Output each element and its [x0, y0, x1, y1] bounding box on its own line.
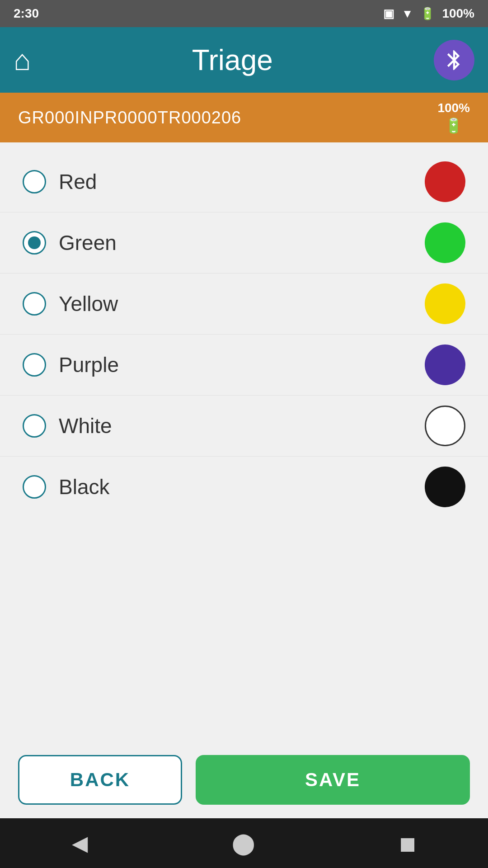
app-bar: ⌂ Triage: [0, 27, 488, 93]
radio-black[interactable]: [23, 475, 46, 499]
color-option-yellow[interactable]: Yellow: [0, 274, 488, 335]
label-black: Black: [59, 475, 109, 499]
color-option-black[interactable]: Black: [0, 457, 488, 517]
radio-green[interactable]: [23, 231, 46, 255]
back-button[interactable]: BACK: [18, 755, 182, 805]
color-option-green[interactable]: Green: [0, 212, 488, 274]
back-nav-icon[interactable]: ◀: [72, 831, 88, 855]
status-time: 2:30: [14, 6, 39, 21]
app-title: Triage: [192, 43, 273, 77]
label-red: Red: [59, 170, 97, 194]
device-battery-pct: 100%: [437, 101, 470, 115]
label-yellow: Yellow: [59, 292, 118, 316]
options-list: RedGreenYellowPurpleWhiteBlack: [0, 142, 488, 741]
save-button[interactable]: SAVE: [196, 755, 470, 805]
color-option-purple[interactable]: Purple: [0, 335, 488, 396]
label-green: Green: [59, 231, 117, 255]
color-option-red[interactable]: Red: [0, 151, 488, 212]
device-battery-icon: 🔋: [445, 117, 463, 134]
circle-black: [425, 467, 465, 507]
radio-purple[interactable]: [23, 353, 46, 377]
nav-bar: ◀ ⬤ ◼: [0, 818, 488, 868]
device-id: GR000INPR0000TR000206: [18, 108, 241, 127]
circle-white: [425, 406, 465, 446]
circle-green: [425, 222, 465, 263]
status-bar: 2:30 ▣ ▼ 🔋 100%: [0, 0, 488, 27]
color-option-white[interactable]: White: [0, 396, 488, 457]
bottom-bar: BACK SAVE: [0, 741, 488, 818]
radio-white[interactable]: [23, 414, 46, 438]
home-nav-icon[interactable]: ⬤: [232, 831, 255, 855]
radio-yellow[interactable]: [23, 292, 46, 316]
circle-red: [425, 161, 465, 202]
circle-purple: [425, 344, 465, 385]
wifi-icon: ▼: [402, 7, 413, 21]
device-battery: 100% 🔋: [437, 101, 470, 134]
home-icon[interactable]: ⌂: [14, 43, 31, 77]
status-icons: ▣ ▼ 🔋 100%: [383, 6, 474, 21]
vibrate-icon: ▣: [383, 7, 394, 21]
recents-nav-icon[interactable]: ◼: [399, 831, 416, 855]
radio-red[interactable]: [23, 170, 46, 193]
label-purple: Purple: [59, 353, 119, 377]
battery-icon: 🔋: [420, 7, 435, 21]
circle-yellow: [425, 283, 465, 324]
device-banner: GR000INPR0000TR000206 100% 🔋: [0, 93, 488, 142]
bluetooth-button[interactable]: [434, 40, 474, 80]
label-white: White: [59, 414, 112, 438]
battery-pct: 100%: [442, 6, 474, 21]
